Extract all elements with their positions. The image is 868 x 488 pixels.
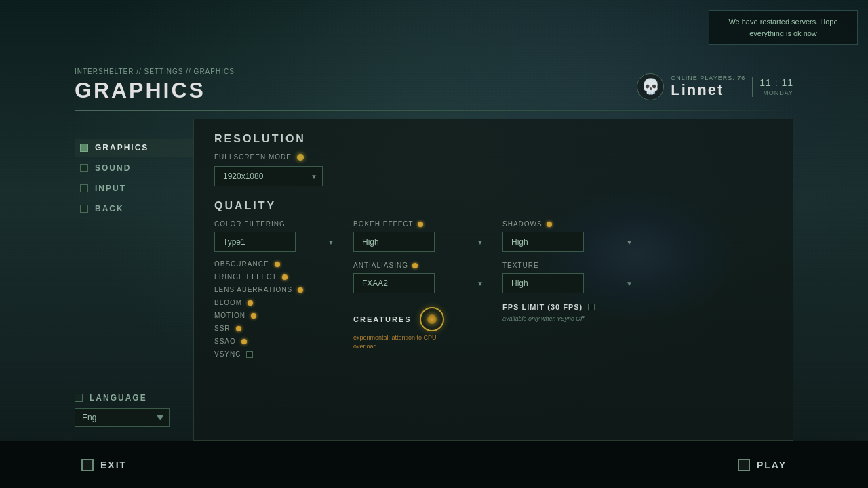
sidebar-indicator-input: [80, 184, 88, 192]
bokeh-select[interactable]: High Medium Low Off: [353, 232, 435, 252]
texture-row: TEXTURE High Medium Low ▼: [502, 262, 638, 293]
lens-toggle[interactable]: [298, 287, 303, 293]
fps-label: FPS LIMIT (30 FPS): [502, 303, 583, 311]
sidebar-label-input: INPUT: [95, 184, 126, 193]
lens-aber-row: LENS ABERRATIONS: [214, 286, 340, 293]
fps-subtext: available only when vSync Off: [502, 315, 638, 322]
fringe-effect-row: FRINGE EFFECT: [214, 273, 340, 281]
main-content: GRAPHICS SOUND INPUT BACK LANGUAGE Eng R…: [75, 119, 793, 441]
color-filtering-select[interactable]: Type1 Type2 Off: [214, 232, 296, 252]
vsync-toggle[interactable]: [246, 351, 253, 358]
divider: [752, 77, 753, 97]
texture-select[interactable]: High Medium Low: [502, 273, 584, 293]
fps-toggle[interactable]: [588, 304, 595, 310]
texture-label: TEXTURE: [502, 262, 539, 269]
day-display: MONDAY: [763, 89, 793, 96]
antialiasing-label: ANTIALIASING: [353, 262, 408, 269]
obscurance-toggle[interactable]: [275, 262, 280, 267]
player-name: Linnet: [671, 81, 745, 99]
exit-label: EXIT: [100, 460, 127, 470]
ssr-label: SSR: [214, 325, 231, 332]
time-display: 11 : 11: [760, 77, 793, 88]
lang-indicator: [75, 394, 83, 402]
antialiasing-select[interactable]: FXAA2 FXAA1 MSAA Off: [353, 273, 435, 293]
bokeh-label: BOKEH EFFECT: [353, 220, 414, 228]
notification-text: We have restarted servers. Hope everythi…: [728, 18, 837, 37]
sidebar-item-sound[interactable]: SOUND: [75, 159, 193, 177]
motion-row: MOTION: [214, 312, 340, 319]
resolution-title: RESOLUTION: [214, 133, 772, 145]
motion-toggle[interactable]: [251, 313, 256, 319]
sidebar-label-sound: SOUND: [95, 163, 131, 173]
bloom-toggle[interactable]: [248, 300, 253, 306]
exit-box: [81, 459, 94, 471]
aa-arrow: ▼: [477, 280, 484, 287]
ssao-label: SSAO: [214, 338, 236, 345]
quality-title: QUALITY: [214, 200, 772, 212]
resolution-select[interactable]: 1920x1080 868x488 1600x900 2560x1440: [214, 166, 323, 186]
ssao-toggle[interactable]: [241, 339, 247, 344]
play-label: PLAY: [757, 460, 787, 470]
sidebar-label-back: BACK: [95, 204, 124, 214]
language-label: LANGUAGE: [90, 393, 147, 403]
fps-section: FPS LIMIT (30 FPS) available only when v…: [502, 303, 638, 322]
motion-label: MOTION: [214, 312, 245, 319]
vsync-label: vSync: [214, 350, 241, 358]
obscurance-row: OBSCURANCE: [214, 260, 340, 268]
language-select[interactable]: Eng Rus Deu Fra: [75, 408, 170, 427]
ssr-toggle[interactable]: [236, 326, 241, 331]
texture-arrow: ▼: [626, 280, 633, 287]
exit-button[interactable]: EXIT: [81, 459, 127, 471]
sidebar-item-back[interactable]: BACK: [75, 200, 193, 218]
lens-label: LENS ABERRATIONS: [214, 286, 292, 293]
color-filtering-row: Color Filtering Type1 Type2 Off ▼: [214, 220, 340, 252]
ssao-row: SSAO: [214, 338, 340, 345]
antialiasing-row: ANTIALIASING FXAA2 FXAA1 MSAA Off ▼: [353, 262, 489, 293]
sidebar-indicator-back: [80, 205, 88, 213]
shadows-select[interactable]: High Medium Low Off: [502, 232, 584, 252]
header-divider: [75, 110, 793, 111]
creatures-section: CREATURES experimental: attention to CPU…: [353, 307, 489, 350]
bokeh-toggle-dot: [418, 222, 423, 227]
bloom-label: BLOOM: [214, 299, 242, 306]
player-info: 💀 ONLINE PLAYERS: 76 Linnet 11 : 11 MOND…: [637, 73, 793, 100]
fringe-toggle[interactable]: [282, 274, 288, 280]
fullscreen-toggle-dot: [297, 154, 304, 161]
fringe-label: FRINGE EFFECT: [214, 273, 277, 281]
ssr-row: SSR: [214, 325, 340, 332]
sidebar-language: LANGUAGE Eng Rus Deu Fra ▼: [75, 393, 193, 441]
shadows-arrow: ▼: [626, 239, 633, 246]
notification-bar: We have restarted servers. Hope everythi…: [709, 10, 858, 45]
shadows-label: SHADOWS: [502, 220, 542, 228]
creatures-label: CREATURES: [353, 315, 412, 323]
shadows-row: SHADOWS High Medium Low Off ▼: [502, 220, 638, 252]
sidebar-item-graphics[interactable]: GRAPHICS: [75, 139, 193, 157]
quality-section: QUALITY Color Filtering Type1 Type2: [214, 200, 772, 358]
player-avatar: 💀: [637, 73, 664, 100]
play-button[interactable]: PLAY: [738, 459, 787, 471]
bloom-row: BLOOM: [214, 299, 340, 306]
aa-toggle-dot: [412, 263, 418, 268]
creatures-subtext: experimental: attention to CPU overload: [353, 333, 448, 350]
shadows-toggle-dot: [547, 222, 552, 227]
obscurance-label: OBSCURANCE: [214, 260, 269, 268]
sidebar: GRAPHICS SOUND INPUT BACK LANGUAGE Eng R…: [75, 119, 193, 441]
settings-panel: RESOLUTION FULLSCREEN MODE 1920x1080 128…: [193, 119, 793, 441]
vsync-row: vSync: [214, 350, 340, 358]
sidebar-indicator-sound: [80, 164, 88, 172]
color-filtering-label: Color Filtering: [214, 220, 285, 228]
resolution-section: RESOLUTION FULLSCREEN MODE 1920x1080 128…: [214, 133, 772, 186]
creatures-toggle[interactable]: [420, 307, 444, 331]
online-label: ONLINE PLAYERS: 76: [671, 75, 745, 81]
color-filter-arrow: ▼: [328, 239, 334, 246]
sidebar-indicator-graphics: [80, 144, 88, 152]
sidebar-label-graphics: GRAPHICS: [95, 143, 149, 152]
bokeh-arrow: ▼: [477, 239, 484, 246]
sidebar-item-input[interactable]: INPUT: [75, 180, 193, 197]
bottom-bar: EXIT PLAY: [0, 441, 868, 488]
fullscreen-label: FULLSCREEN MODE: [214, 153, 292, 161]
bokeh-row: BOKEH EFFECT High Medium Low Off ▼: [353, 220, 489, 252]
play-box: [738, 459, 750, 471]
